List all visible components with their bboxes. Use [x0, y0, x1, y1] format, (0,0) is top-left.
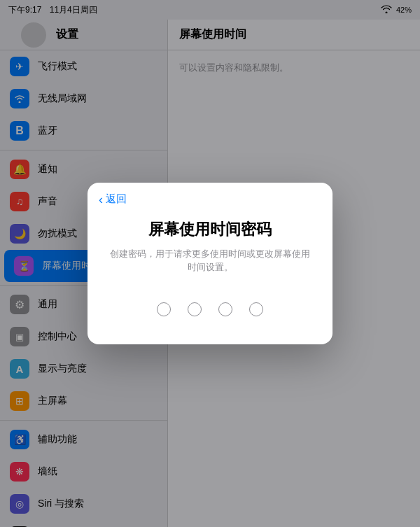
- modal-overlay: ‹ 返回 屏幕使用时间密码 创建密码，用于请求更多使用时间或更改屏幕使用时间设置…: [0, 0, 420, 527]
- passcode-dots-container: [88, 302, 332, 316]
- passcode-dot-1: [157, 302, 171, 316]
- modal-subtitle: 创建密码，用于请求更多使用时间或更改屏幕使用时间设置。: [108, 247, 312, 274]
- passcode-dot-4: [249, 302, 263, 316]
- passcode-dot-3: [218, 302, 232, 316]
- modal-back-label: 返回: [106, 192, 127, 206]
- back-chevron-icon: ‹: [99, 193, 103, 206]
- modal-nav: ‹ 返回: [88, 183, 332, 206]
- modal-back-button[interactable]: ‹ 返回: [99, 192, 321, 206]
- passcode-modal: ‹ 返回 屏幕使用时间密码 创建密码，用于请求更多使用时间或更改屏幕使用时间设置…: [88, 183, 332, 344]
- modal-title: 屏幕使用时间密码: [104, 220, 316, 240]
- passcode-dot-2: [188, 302, 202, 316]
